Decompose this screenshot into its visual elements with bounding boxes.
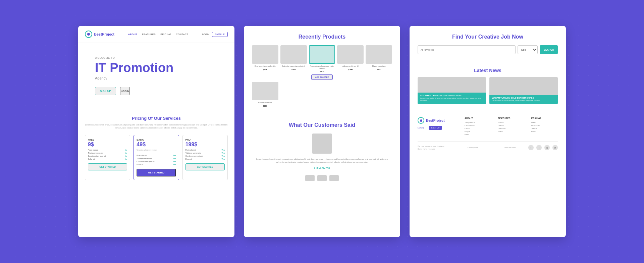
signup-button[interactable]: SIGN UP bbox=[212, 32, 228, 37]
product-price-5: $300 bbox=[377, 68, 381, 70]
footer-logo: BestProject bbox=[418, 117, 458, 124]
jobs-title: Find Your Creative Job Now bbox=[418, 34, 558, 40]
plan-pro-row-4: Dolor sitYes bbox=[185, 158, 225, 160]
dot-2[interactable] bbox=[317, 175, 327, 181]
navbar: BestProject ABOUT FEATURES PRICING CONTA… bbox=[78, 26, 234, 43]
news-badge-desc-1: Lorem ipsum dolor sit amet, consectetuer… bbox=[420, 97, 483, 102]
plan-basic-row-4: Dolor sitYes bbox=[137, 163, 176, 165]
hero-buttons: SIGN UP LOGIN bbox=[95, 87, 224, 95]
plan-pro-row-1: Proin elemntYes bbox=[185, 149, 225, 151]
plan-basic-btn[interactable]: GET STARTED bbox=[137, 169, 176, 176]
news-badge-title-1: SED AUTOLUP UB GOLO DEPOSIT E UFBE bbox=[420, 95, 483, 97]
logo: BestProject bbox=[85, 31, 114, 38]
footer-about-link-4[interactable]: Magni bbox=[465, 130, 491, 133]
plan-basic-row-1: Proin elemntYes bbox=[137, 154, 176, 156]
footer-login[interactable]: LOGIN bbox=[418, 127, 424, 129]
footer-signup[interactable]: SIGN UP bbox=[429, 126, 442, 130]
jobs-section: Find Your Creative Job Now Type Full Par… bbox=[410, 26, 566, 61]
google-icon[interactable]: g bbox=[544, 145, 550, 150]
footer-features-link-3[interactable]: Dolorum bbox=[498, 127, 524, 129]
footer-about-link-3[interactable]: Omnis bbox=[465, 127, 491, 129]
plan-pro-name: PRO bbox=[185, 139, 225, 141]
plan-pro-row-3: Condimentum quis miYes bbox=[185, 155, 225, 157]
latest-news-title: Latest News bbox=[418, 68, 558, 73]
footer-copy-4: Dolor sit amet bbox=[491, 146, 528, 149]
plan-free-row-3: Condimentum quis miNo bbox=[88, 155, 127, 157]
nav-pricing[interactable]: PRICING bbox=[160, 33, 171, 36]
footer-pricing-link-2[interactable]: Molestias bbox=[531, 124, 558, 126]
footer-pricing-link-1[interactable]: Natus bbox=[531, 121, 558, 123]
nav-about[interactable]: ABOUT bbox=[128, 33, 137, 36]
news-item-2: WREAM TUPELON GOLO DEPOSIT E UFBE Ut wis… bbox=[489, 77, 558, 104]
hero-subtitle: Agency bbox=[95, 76, 224, 80]
product-img-5 bbox=[366, 45, 392, 64]
product-price-2: $300 bbox=[291, 68, 296, 70]
testimonial-name: LIAM SMITH bbox=[252, 167, 392, 170]
plan-free-row-1: Proin elemntNo bbox=[88, 149, 127, 151]
nav-features[interactable]: FEATURES bbox=[142, 33, 156, 36]
login-link[interactable]: LOGIN bbox=[202, 33, 209, 36]
product-name-4: Adipiscing elit, sed dil bbox=[342, 65, 359, 67]
twitter-icon[interactable]: t bbox=[536, 145, 542, 150]
customer-avatar bbox=[312, 134, 332, 154]
divider bbox=[78, 109, 234, 109]
type-select[interactable]: Type Full Part bbox=[518, 45, 538, 54]
recently-products-title: Recently Products bbox=[252, 34, 392, 40]
plan-basic-desc: Ut enim ad minim veniam bbox=[137, 149, 176, 152]
add-to-cart-button[interactable]: ADD TO CART bbox=[311, 74, 332, 80]
plans-container: FREE 9$ Proin elemntNo Tristique venenat… bbox=[85, 135, 228, 180]
footer-pricing-link-4[interactable]: Iusto bbox=[531, 130, 558, 133]
product-item-5: Plaque ne ris ipso $300 bbox=[366, 45, 392, 80]
news-badge-desc-2: Ut wisi enim ad lorem veniam, sed diam n… bbox=[492, 100, 555, 102]
dot-3[interactable] bbox=[329, 175, 339, 181]
product-price-1: $150 bbox=[263, 68, 267, 70]
product-item-6: Bequam and oulut $200 bbox=[252, 82, 278, 107]
footer-features-link-4[interactable]: Eram bbox=[498, 130, 524, 133]
nav-links: ABOUT FEATURES PRICING CONTACT bbox=[128, 33, 189, 36]
logo-icon bbox=[85, 31, 92, 38]
search-input[interactable] bbox=[418, 45, 516, 54]
footer-copy-2: Some rights reserved bbox=[418, 148, 454, 150]
plan-pro: PRO 199$ Proin elemntYes Tristique venen… bbox=[182, 135, 228, 180]
search-button[interactable]: SEARCH bbox=[540, 45, 558, 54]
plan-pro-row-2: Tristique venenatisYes bbox=[185, 152, 225, 154]
plan-basic-row-3: Condimentum quis miYes bbox=[137, 160, 176, 162]
footer-features-link-2[interactable]: Dolum bbox=[498, 124, 524, 126]
footer-top: BestProject LOGIN SIGN UP ABOUT Temporib… bbox=[418, 117, 558, 137]
product-name-1: Drop lorem ipsum dolor sitio bbox=[255, 65, 275, 67]
footer-about-link-1[interactable]: Temporibus bbox=[465, 121, 491, 123]
plan-free: FREE 9$ Proin elemntNo Tristique venenat… bbox=[85, 135, 130, 180]
news-item-1: SED AUTOLUP UB GOLO DEPOSIT E UFBE Lorem… bbox=[418, 77, 486, 104]
product-item-1: Drop lorem ipsum dolor sitio $150 bbox=[252, 45, 278, 80]
latest-news-section: Latest News SED AUTOLUP UB GOLO DEPOSIT … bbox=[410, 61, 566, 111]
product-price-4: $300 bbox=[348, 68, 353, 70]
footer-about-link-2[interactable]: Laboriosam bbox=[465, 124, 491, 126]
hero-signup-button[interactable]: SIGN UP bbox=[95, 87, 116, 95]
news-badge-2: WREAM TUPELON GOLO DEPOSIT E UFBE Ut wis… bbox=[489, 95, 558, 104]
footer-brand: BestProject LOGIN SIGN UP bbox=[418, 117, 458, 137]
footer-col-about: ABOUT Temporibus Laboriosam Omnis Magni … bbox=[465, 117, 491, 137]
product-img-1 bbox=[252, 45, 278, 64]
footer-col-about-title: ABOUT bbox=[465, 117, 491, 119]
plan-free-btn[interactable]: GET STARTED bbox=[88, 163, 127, 170]
footer-about-link-5[interactable]: Rem bbox=[465, 134, 491, 136]
footer-col-features: FEATURES Soluta Dolum Dolorum Eram bbox=[498, 117, 524, 137]
plan-basic-name: BASIC bbox=[137, 139, 176, 141]
hero-welcome: WELCOME TO bbox=[95, 56, 224, 59]
pricing-desc: Lorem ipsum dolor sit amet, consectetuer… bbox=[85, 123, 228, 129]
dot-1[interactable] bbox=[305, 175, 315, 181]
product-name-6: Bequam and oulut bbox=[258, 102, 272, 104]
nav-actions: LOGIN SIGN UP bbox=[202, 32, 228, 37]
plan-free-row-2: Tristique venenatisNo bbox=[88, 152, 127, 154]
products-grid: Drop lorem ipsum dolor sitio $150 Sed vo… bbox=[252, 45, 392, 107]
nav-contact[interactable]: CONTACT bbox=[176, 33, 189, 36]
plan-basic: BASIC 49$ Ut enim ad minim veniam Proin … bbox=[133, 135, 179, 180]
facebook-icon[interactable]: f bbox=[528, 145, 534, 150]
footer-pricing-link-3[interactable]: Totam bbox=[531, 127, 558, 129]
footer-col-features-title: FEATURES bbox=[498, 117, 524, 119]
footer-features-link-1[interactable]: Soluta bbox=[498, 121, 524, 123]
plan-pro-btn[interactable]: GET STARTED bbox=[185, 163, 225, 170]
search-row: Type Full Part SEARCH bbox=[418, 45, 558, 54]
hero-login-button[interactable]: LOGIN bbox=[120, 87, 130, 95]
linkedin-icon[interactable]: in bbox=[552, 145, 558, 150]
